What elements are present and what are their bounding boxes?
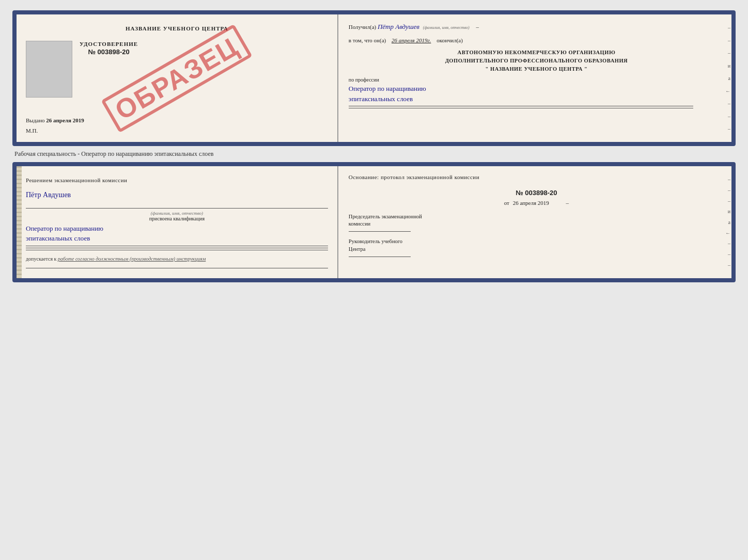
osnov-date: от 26 апреля 2019 –: [349, 200, 724, 206]
rukov-line2: Центра: [349, 246, 724, 253]
osnov-number: № 003898-20: [349, 189, 724, 197]
issued-prefix: Выдано: [26, 117, 45, 123]
rukov-block: Руководитель учебного Центра: [349, 238, 724, 257]
date-value: 26 апреля 2019г.: [392, 37, 431, 43]
osnov-title: Основание: протокол экзаменационной коми…: [349, 173, 724, 181]
cert-issued: Выдано 26 апреля 2019: [26, 117, 328, 123]
photo-placeholder: [26, 41, 72, 98]
date-row: в том, что он(а) 26 апреля 2019г. окончи…: [349, 36, 724, 45]
received-prefix: Получил(а): [349, 24, 376, 30]
person-name: Пётр Авдушев: [26, 191, 328, 199]
issued-date: 26 апреля 2019: [46, 117, 84, 123]
date-suffix: окончил(а): [437, 37, 463, 43]
qual-value: Оператор по наращиванию эпитаксиальных с…: [26, 223, 328, 244]
right-margin-marks: –––иа←–––: [722, 25, 731, 132]
date-value-2: 26 апреля 2019: [513, 200, 549, 206]
fio-label-2: (фамилия, имя, отчество): [26, 211, 328, 216]
dopusk-label: допускается к работе согласно должностны…: [26, 255, 328, 263]
date-prefix-2: от: [504, 200, 509, 206]
cert-doc-label: УДОСТОВЕРЕНИЕ: [80, 41, 138, 47]
received-row: Получил(а) Пётр Авдушев (фамилия, имя, о…: [349, 22, 724, 32]
dash-right: –: [566, 200, 569, 206]
profession-value: Оператор по наращиванию эпитаксиальных с…: [349, 84, 724, 104]
received-name: Пётр Авдушев: [378, 23, 419, 30]
org-line2: ДОПОЛНИТЕЛЬНОГО ПРОФЕССИОНАЛЬНОГО ОБРАЗО…: [349, 57, 724, 65]
org-line1: АВТОНОМНУЮ НЕКОММЕРЧЕСКУЮ ОРГАНИЗАЦИЮ: [349, 49, 724, 57]
dash1: –: [476, 24, 479, 30]
qual-left-panel: Решением экзаменационной комиссии Пётр А…: [17, 166, 338, 278]
qualification-card: Решением экзаменационной комиссии Пётр А…: [12, 162, 736, 282]
dopusk-prefix: допускается к: [26, 256, 56, 262]
org-line3: " НАЗВАНИЕ УЧЕБНОГО ЦЕНТРА ": [349, 65, 724, 73]
date-prefix: в том, что он(а): [349, 37, 386, 43]
qual-v1: Оператор по наращиванию: [26, 225, 103, 232]
binding-left-2: [17, 166, 22, 278]
qual-right-panel: Основание: протокол экзаменационной коми…: [338, 166, 731, 278]
org-block: АВТОНОМНУЮ НЕКОММЕРЧЕСКУЮ ОРГАНИЗАЦИЮ ДО…: [349, 49, 724, 73]
komissia-title: Решением экзаменационной комиссии: [26, 177, 328, 184]
profession-v2: эпитаксиальных слоев: [349, 95, 413, 103]
rukov-line1: Руководитель учебного: [349, 238, 724, 246]
cert-right-panel: Получил(а) Пётр Авдушев (фамилия, имя, о…: [338, 14, 731, 142]
right-margin-marks-2: –––иа←–––: [722, 177, 731, 267]
qual-label: присвоена квалификация: [26, 216, 328, 221]
cert-school-title: НАЗВАНИЕ УЧЕБНОГО ЦЕНТРА: [26, 25, 328, 33]
rukov-sign-line: [349, 257, 411, 257]
predsedatel-line2: комиссии: [349, 220, 724, 228]
dopusk-value: работе согласно должностным (производств…: [58, 256, 206, 262]
profession-v1: Оператор по наращиванию: [349, 85, 426, 92]
fio-label: (фамилия, имя, отчество): [423, 25, 470, 30]
cert-number: № 003898-20: [80, 48, 138, 56]
qual-v2: эпитаксиальных слоев: [26, 234, 90, 242]
profession-label: по профессии: [349, 77, 724, 83]
predsedatel-sign-line: [349, 231, 411, 232]
name-underline: [26, 200, 328, 209]
cert-left-panel: НАЗВАНИЕ УЧЕБНОГО ЦЕНТРА УДОСТОВЕРЕНИЕ №…: [17, 14, 338, 142]
separator-text: Рабочая специальность - Оператор по нара…: [12, 150, 736, 158]
predsedatel-line1: Председатель экзаменационной: [349, 213, 724, 221]
page-wrapper: НАЗВАНИЕ УЧЕБНОГО ЦЕНТРА УДОСТОВЕРЕНИЕ №…: [12, 10, 736, 282]
certificate-card: НАЗВАНИЕ УЧЕБНОГО ЦЕНТРА УДОСТОВЕРЕНИЕ №…: [12, 10, 736, 146]
cert-info-block: УДОСТОВЕРЕНИЕ № 003898-20: [80, 41, 138, 102]
predsedatel-block: Председатель экзаменационной комиссии: [349, 213, 724, 232]
mp-label: М.П.: [26, 127, 328, 134]
